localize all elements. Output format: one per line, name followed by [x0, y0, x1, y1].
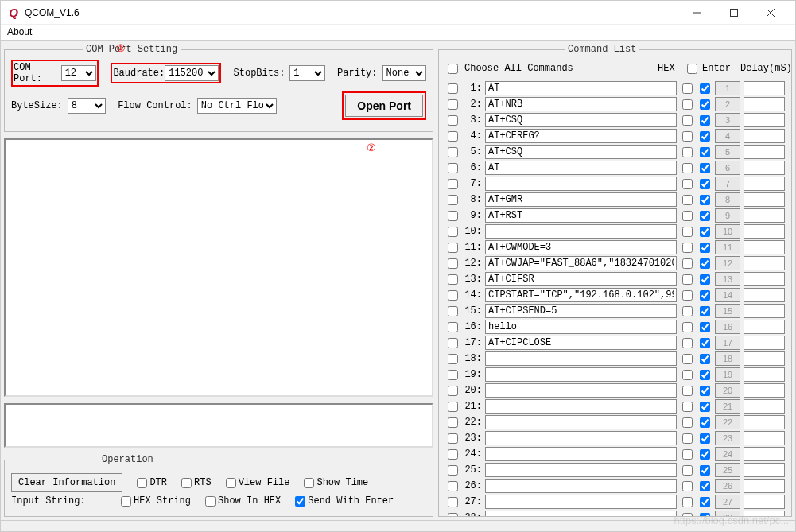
- row-delay-input[interactable]: [744, 240, 785, 254]
- bytesize-select[interactable]: 8: [68, 98, 106, 114]
- row-enter-checkbox[interactable]: [700, 147, 710, 157]
- row-hex-checkbox[interactable]: [682, 227, 693, 237]
- row-delay-input[interactable]: [744, 304, 785, 318]
- row-hex-checkbox[interactable]: [682, 402, 693, 412]
- row-choose-checkbox[interactable]: [448, 195, 458, 205]
- row-send-button[interactable]: 21: [715, 399, 740, 414]
- row-delay-input[interactable]: [744, 336, 785, 350]
- row-hex-checkbox[interactable]: [682, 370, 693, 380]
- row-command-input[interactable]: [485, 208, 677, 223]
- row-send-button[interactable]: 10: [715, 224, 740, 239]
- row-choose-checkbox[interactable]: [448, 227, 458, 237]
- row-delay-input[interactable]: [744, 511, 785, 517]
- row-enter-checkbox[interactable]: [700, 179, 710, 189]
- row-send-button[interactable]: 15: [715, 304, 740, 318]
- row-hex-checkbox[interactable]: [682, 386, 693, 396]
- row-enter-checkbox[interactable]: [700, 370, 710, 380]
- row-enter-checkbox[interactable]: [700, 481, 710, 491]
- row-choose-checkbox[interactable]: [448, 497, 458, 507]
- row-command-input[interactable]: [485, 463, 677, 477]
- row-hex-checkbox[interactable]: [682, 433, 693, 444]
- output-textarea[interactable]: ②: [4, 138, 433, 397]
- row-choose-checkbox[interactable]: [448, 417, 458, 428]
- row-choose-checkbox[interactable]: [448, 513, 458, 518]
- row-command-input[interactable]: [485, 320, 677, 334]
- row-choose-checkbox[interactable]: [448, 402, 458, 412]
- row-hex-checkbox[interactable]: [682, 211, 693, 221]
- row-send-button[interactable]: 22: [715, 415, 740, 429]
- row-command-input[interactable]: [485, 224, 677, 239]
- row-send-button[interactable]: 8: [715, 192, 740, 207]
- row-delay-input[interactable]: [744, 415, 785, 429]
- row-command-input[interactable]: [485, 383, 677, 398]
- row-delay-input[interactable]: [744, 192, 785, 207]
- viewfile-checkbox-label[interactable]: View File: [226, 477, 290, 488]
- showtime-checkbox[interactable]: [304, 478, 314, 488]
- row-choose-checkbox[interactable]: [448, 131, 458, 142]
- row-send-button[interactable]: 18: [715, 351, 740, 366]
- row-send-button[interactable]: 26: [715, 479, 740, 493]
- dtr-checkbox-label[interactable]: DTR: [137, 477, 167, 488]
- row-send-button[interactable]: 12: [715, 256, 740, 270]
- row-command-input[interactable]: [485, 495, 677, 509]
- row-send-button[interactable]: 3: [715, 113, 740, 127]
- clear-information-button[interactable]: Clear Information: [11, 473, 122, 492]
- row-send-button[interactable]: 28: [715, 511, 740, 517]
- parity-select[interactable]: None: [382, 65, 426, 81]
- flowcontrol-select[interactable]: No Ctrl Flow: [197, 98, 277, 114]
- row-delay-input[interactable]: [744, 224, 785, 239]
- row-enter-checkbox[interactable]: [700, 227, 710, 237]
- row-hex-checkbox[interactable]: [682, 481, 693, 491]
- hexstring-checkbox-label[interactable]: HEX String: [121, 495, 191, 507]
- row-command-input[interactable]: [485, 288, 677, 302]
- row-send-button[interactable]: 11: [715, 240, 740, 254]
- row-choose-checkbox[interactable]: [448, 354, 458, 364]
- menu-about[interactable]: About: [7, 26, 32, 37]
- row-choose-checkbox[interactable]: [448, 322, 458, 332]
- row-choose-checkbox[interactable]: [448, 115, 458, 126]
- row-delay-input[interactable]: [744, 367, 785, 382]
- row-hex-checkbox[interactable]: [682, 258, 693, 269]
- dtr-checkbox[interactable]: [137, 478, 147, 488]
- row-send-button[interactable]: 5: [715, 145, 740, 159]
- row-send-button[interactable]: 2: [715, 97, 740, 111]
- row-send-button[interactable]: 27: [715, 495, 740, 509]
- row-hex-checkbox[interactable]: [682, 274, 693, 285]
- row-hex-checkbox[interactable]: [682, 338, 693, 348]
- row-hex-checkbox[interactable]: [682, 243, 693, 253]
- row-hex-checkbox[interactable]: [682, 179, 693, 189]
- row-command-input[interactable]: [485, 304, 677, 318]
- row-hex-checkbox[interactable]: [682, 417, 693, 428]
- row-enter-checkbox[interactable]: [700, 465, 710, 476]
- row-enter-checkbox[interactable]: [700, 83, 710, 94]
- row-delay-input[interactable]: [744, 495, 785, 509]
- row-delay-input[interactable]: [744, 97, 785, 111]
- row-choose-checkbox[interactable]: [448, 449, 458, 460]
- minimize-button[interactable]: [679, 1, 716, 25]
- row-command-input[interactable]: [485, 272, 677, 286]
- maximize-button[interactable]: [716, 1, 752, 25]
- row-delay-input[interactable]: [744, 447, 785, 461]
- row-enter-checkbox[interactable]: [700, 115, 710, 126]
- row-choose-checkbox[interactable]: [448, 386, 458, 396]
- row-send-button[interactable]: 9: [715, 208, 740, 223]
- rts-checkbox[interactable]: [181, 478, 192, 488]
- row-send-button[interactable]: 7: [715, 177, 740, 191]
- row-delay-input[interactable]: [744, 208, 785, 223]
- row-hex-checkbox[interactable]: [682, 290, 693, 301]
- row-enter-checkbox[interactable]: [700, 258, 710, 269]
- viewfile-checkbox[interactable]: [226, 478, 236, 488]
- row-enter-checkbox[interactable]: [700, 513, 710, 518]
- row-hex-checkbox[interactable]: [682, 131, 693, 142]
- row-enter-checkbox[interactable]: [700, 497, 710, 507]
- rts-checkbox-label[interactable]: RTS: [181, 477, 212, 488]
- row-choose-checkbox[interactable]: [448, 163, 458, 173]
- hexstring-checkbox[interactable]: [121, 496, 131, 507]
- enter-all-checkbox[interactable]: [687, 64, 697, 74]
- open-port-button[interactable]: Open Port: [345, 95, 423, 117]
- row-hex-checkbox[interactable]: [682, 513, 693, 518]
- row-delay-input[interactable]: [744, 161, 785, 175]
- row-enter-checkbox[interactable]: [700, 417, 710, 428]
- row-delay-input[interactable]: [744, 431, 785, 445]
- row-choose-checkbox[interactable]: [448, 433, 458, 444]
